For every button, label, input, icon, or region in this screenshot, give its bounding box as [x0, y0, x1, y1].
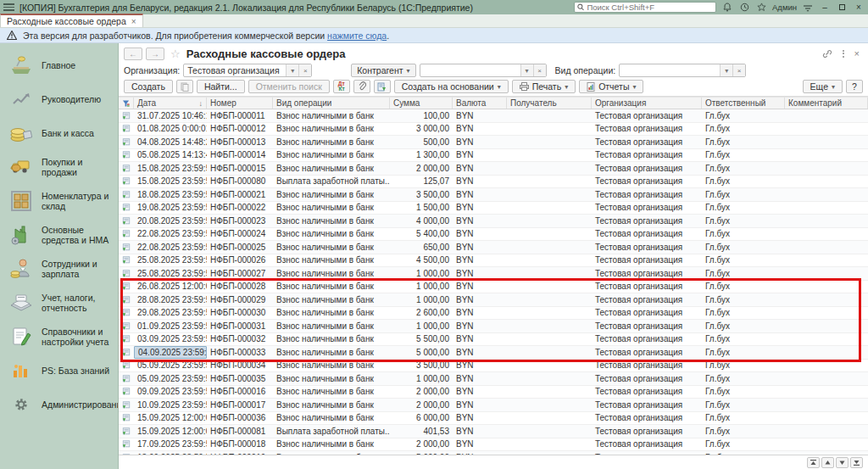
cell-operation[interactable]: Выплата заработной платы... — [273, 176, 390, 188]
counterparty-combo[interactable]: ▾ × — [420, 64, 547, 77]
table-row[interactable]: 01.08.2025 0:00:01НФБП-000012Взнос налич… — [119, 123, 868, 137]
cell-number[interactable]: НФБП-000027 — [207, 267, 273, 280]
column-header[interactable]: Дата↓ — [134, 98, 207, 109]
cell-organization[interactable]: Тестовая организация — [592, 149, 702, 162]
counterparty-clear-icon[interactable]: × — [533, 64, 546, 76]
cell-organization[interactable]: Тестовая организация — [592, 202, 702, 215]
cell-number[interactable]: НФБП-000014 — [207, 149, 273, 162]
cell-currency[interactable]: BYN — [453, 136, 507, 148]
table-row[interactable]: 05.09.2025 23:59:59НФБП-000035Взнос нали… — [119, 372, 868, 386]
cell-date[interactable]: 15.09.2025 12:00:02 — [134, 425, 207, 438]
buy-commercial-link[interactable]: нажмите сюда — [327, 31, 387, 41]
cell-payee[interactable] — [507, 425, 592, 438]
cell-currency[interactable]: BYN — [453, 281, 507, 293]
cell-payee[interactable] — [507, 123, 592, 136]
table-row[interactable]: 03.09.2025 23:59:59НФБП-000032Взнос нали… — [119, 333, 868, 347]
cell-currency[interactable]: BYN — [453, 346, 507, 359]
cell-operation[interactable]: Взнос наличными в банк — [273, 438, 390, 451]
table-row[interactable]: 05.08.2025 14:13:43НФБП-000014Взнос нали… — [119, 149, 868, 163]
cell-payee[interactable] — [507, 386, 592, 399]
cell-operation[interactable]: Взнос наличными в банк — [273, 162, 390, 175]
cell-organization[interactable]: Тестовая организация — [592, 241, 702, 254]
cell-currency[interactable]: BYN — [453, 215, 507, 227]
cell-date[interactable]: 31.07.2025 10:46:12 — [134, 109, 207, 122]
organization-combo[interactable]: Тестовая организация ▾ × — [183, 64, 312, 77]
cell-currency[interactable]: BYN — [453, 188, 507, 201]
cell-payee[interactable] — [507, 281, 592, 293]
table-row[interactable]: 25.08.2025 23:59:59НФБП-000027Взнос нали… — [119, 267, 868, 281]
cell-currency[interactable]: BYN — [453, 176, 507, 188]
cell-responsible[interactable]: Гл.бух — [702, 412, 785, 425]
organization-dropdown-icon[interactable]: ▾ — [286, 64, 298, 76]
table-row[interactable]: 18.08.2025 23:59:59НФБП-000021Взнос нали… — [119, 188, 868, 202]
cell-payee[interactable] — [507, 412, 592, 425]
cell-date[interactable]: 29.08.2025 23:59:59 — [134, 307, 207, 320]
cell-date[interactable]: 03.09.2025 23:59:59 — [134, 333, 207, 346]
cell-comment[interactable] — [785, 215, 868, 227]
cell-number[interactable]: НФБП-000081 — [207, 425, 273, 438]
cell-date[interactable]: 10.09.2025 23:59:59 — [134, 399, 207, 411]
cell-number[interactable]: НФБП-000036 — [207, 412, 273, 425]
cell-responsible[interactable]: Гл.бух — [702, 176, 785, 188]
cell-date[interactable]: 20.08.2025 23:59:59 — [134, 215, 207, 227]
cell-sum[interactable]: 2 000,00 — [390, 438, 453, 451]
cell-sum[interactable]: 2 000,00 — [390, 162, 453, 175]
cell-date[interactable]: 25.08.2025 23:59:59 — [134, 254, 207, 267]
organization-clear-icon[interactable]: × — [298, 64, 311, 76]
cell-number[interactable]: НФБП-000015 — [207, 162, 273, 175]
cell-payee[interactable] — [507, 136, 592, 148]
reports-button[interactable]: Отчеты▾ — [579, 80, 643, 93]
cell-date[interactable]: 18.08.2025 23:59:59 — [134, 188, 207, 201]
cell-operation[interactable]: Взнос наличными в банк — [273, 149, 390, 162]
cell-currency[interactable]: BYN — [453, 399, 507, 411]
sidebar-item-directories[interactable]: Справочники и настройки учета — [0, 320, 118, 354]
sidebar-item-accounting-reports[interactable]: Учет, налоги, отчетность — [0, 286, 118, 320]
page-up-button[interactable] — [821, 457, 834, 468]
table-row[interactable]: 15.09.2025 12:00:02НФБП-000081Выплата за… — [119, 425, 868, 438]
table-row[interactable]: 15.08.2025 23:59:59НФБП-000015Взнос нали… — [119, 162, 868, 176]
cell-currency[interactable]: BYN — [453, 162, 507, 175]
cell-comment[interactable] — [785, 241, 868, 254]
table-row[interactable]: 15.09.2025 12:00:01НФБП-000036Взнос нали… — [119, 412, 868, 426]
cell-operation[interactable]: Взнос наличными в банк — [273, 451, 390, 455]
cell-responsible[interactable]: Гл.бух — [702, 293, 785, 306]
cell-organization[interactable]: Тестовая организация — [592, 176, 702, 188]
cell-currency[interactable]: BYN — [453, 109, 507, 122]
table-row[interactable]: 19.08.2025 23:59:59НФБП-000022Взнос нали… — [119, 202, 868, 215]
cell-sum[interactable]: 3 000,00 — [390, 123, 453, 136]
cell-number[interactable]: НФБП-000017 — [207, 399, 273, 411]
cell-payee[interactable] — [507, 346, 592, 359]
cell-comment[interactable] — [785, 399, 868, 411]
cell-comment[interactable] — [785, 149, 868, 162]
cell-responsible[interactable]: Гл.бух — [702, 241, 785, 254]
cell-comment[interactable] — [785, 123, 868, 136]
cell-organization[interactable]: Тестовая организация — [592, 346, 702, 359]
notifications-bell-icon[interactable] — [721, 2, 733, 13]
cell-number[interactable]: НФБП-000016 — [207, 386, 273, 399]
cell-responsible[interactable]: Гл.бух — [702, 451, 785, 455]
cell-currency[interactable]: BYN — [453, 254, 507, 267]
cell-sum[interactable]: 4 500,00 — [390, 254, 453, 267]
cell-date[interactable]: 09.09.2025 23:59:59 — [134, 386, 207, 399]
cell-sum[interactable]: 1 500,00 — [390, 202, 453, 215]
column-header[interactable]: Сумма — [390, 98, 453, 109]
cell-date[interactable]: 15.08.2025 23:59:59 — [134, 162, 207, 175]
cell-number[interactable]: НФБП-000021 — [207, 188, 273, 201]
cell-responsible[interactable]: Гл.бух — [702, 136, 785, 148]
table-row[interactable]: 26.08.2025 12:00:03НФБП-000028Взнос нали… — [119, 281, 868, 294]
cell-number[interactable]: НФБП-000030 — [207, 307, 273, 320]
cell-currency[interactable]: BYN — [453, 372, 507, 385]
table-row[interactable]: 22.08.2025 23:59:59НФБП-000024Взнос нали… — [119, 228, 868, 242]
cell-sum[interactable]: 5 500,00 — [390, 333, 453, 346]
cell-organization[interactable]: Тестовая организация — [592, 267, 702, 280]
counterparty-dropdown-icon[interactable]: ▾ — [520, 64, 533, 76]
counterparty-value[interactable] — [420, 64, 520, 76]
cell-responsible[interactable]: Гл.бух — [702, 399, 785, 411]
cell-date[interactable]: 22.08.2025 23:59:59 — [134, 241, 207, 254]
cell-organization[interactable]: Тестовая организация — [592, 228, 702, 241]
cell-payee[interactable] — [507, 188, 592, 201]
cell-organization[interactable]: Тестовая организация — [592, 412, 702, 425]
cell-currency[interactable]: BYN — [453, 293, 507, 306]
cell-sum[interactable]: 3 500,00 — [390, 188, 453, 201]
create-button[interactable]: Создать — [124, 80, 173, 93]
